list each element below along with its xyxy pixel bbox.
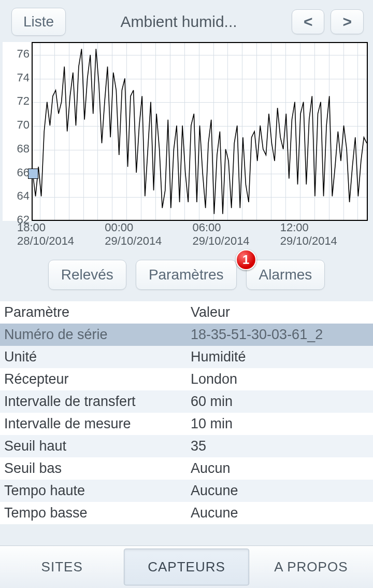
param-name: Seuil haut: [0, 435, 187, 457]
tab-capteurs[interactable]: CAPTEURS: [124, 549, 249, 585]
table-row[interactable]: Numéro de série18-35-51-30-03-61_2: [0, 324, 373, 346]
param-value: London: [187, 368, 373, 390]
param-name: Tempo basse: [0, 502, 187, 524]
y-tick: 62: [17, 213, 30, 227]
y-tick: 74: [17, 71, 30, 85]
param-name: Intervalle de mesure: [0, 413, 187, 435]
table-row[interactable]: Seuil basAucun: [0, 457, 373, 480]
releves-tab[interactable]: Relevés: [48, 260, 126, 290]
x-tick: 18:0028/10/2014: [17, 221, 105, 248]
parametres-tab[interactable]: Paramètres: [136, 260, 237, 290]
chart-box[interactable]: 6264666870727476: [3, 42, 368, 221]
table-row[interactable]: Tempo basseAucune: [0, 502, 373, 524]
chart-area: 6264666870727476 18:0028/10/201400:0029/…: [0, 42, 373, 248]
params-table: Paramètre Valeur Numéro de série18-35-51…: [0, 301, 373, 524]
param-name: Numéro de série: [0, 324, 187, 346]
y-tick: 68: [17, 142, 30, 156]
y-tick: 76: [17, 47, 30, 61]
param-value: Aucune: [187, 502, 373, 524]
table-row[interactable]: Seuil haut35: [0, 435, 373, 457]
param-name: Unité: [0, 346, 187, 368]
page-title: Ambient humid...: [72, 13, 285, 31]
prev-button[interactable]: <: [292, 9, 325, 34]
param-value: 18-35-51-30-03-61_2: [187, 324, 373, 346]
y-tick: 64: [17, 189, 30, 203]
alarmes-badge: 1: [236, 249, 256, 270]
x-tick: 12:0029/10/2014: [280, 221, 368, 248]
param-value: Aucun: [187, 457, 373, 480]
y-tick: 72: [17, 94, 30, 108]
table-row[interactable]: RécepteurLondon: [0, 368, 373, 390]
tab-apropos[interactable]: A PROPOS: [249, 546, 373, 588]
humidity-series: [33, 43, 367, 220]
liste-button[interactable]: Liste: [11, 8, 66, 36]
table-row[interactable]: Tempo hauteAucune: [0, 480, 373, 502]
y-tick: 66: [17, 166, 30, 179]
param-name: Récepteur: [0, 368, 187, 390]
header-param: Paramètre: [0, 301, 187, 324]
header-value: Valeur: [187, 301, 373, 324]
table-row[interactable]: Intervalle de transfert60 min: [0, 390, 373, 413]
alarmes-tab[interactable]: Alarmes: [246, 260, 325, 290]
x-tick: 06:0029/10/2014: [193, 221, 280, 248]
param-value: Aucune: [187, 480, 373, 502]
bottom-nav: SITES CAPTEURS A PROPOS: [0, 545, 373, 588]
next-button[interactable]: >: [331, 9, 364, 34]
param-value: Humidité: [187, 346, 373, 368]
param-value: 35: [187, 435, 373, 457]
param-name: Intervalle de transfert: [0, 390, 187, 413]
y-tick: 70: [17, 118, 30, 132]
x-axis-ticks: 18:0028/10/201400:0029/10/201406:0029/10…: [3, 221, 368, 248]
param-name: Seuil bas: [0, 457, 187, 480]
x-tick: 00:0029/10/2014: [105, 221, 192, 248]
selection-marker[interactable]: [28, 169, 38, 179]
param-value: 10 min: [187, 413, 373, 435]
param-value: 60 min: [187, 390, 373, 413]
table-row[interactable]: Intervalle de mesure10 min: [0, 413, 373, 435]
top-bar: Liste Ambient humid... < >: [0, 0, 373, 42]
table-header-row: Paramètre Valeur: [0, 301, 373, 324]
subtab-row: Relevés Paramètres 1 Alarmes: [0, 248, 373, 301]
tab-sites[interactable]: SITES: [0, 546, 124, 588]
param-name: Tempo haute: [0, 480, 187, 502]
table-row[interactable]: UnitéHumidité: [0, 346, 373, 368]
